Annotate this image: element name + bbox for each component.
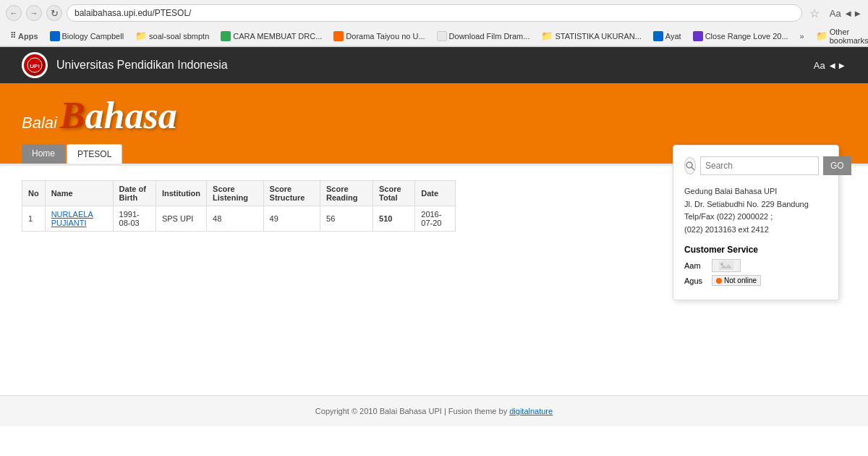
bookmarks-bar: ⠿ Apps Biology Campbell 📁 soal-soal sbmp… (0, 26, 868, 46)
address-info: Gedung Balai Bahasa UPI Jl. Dr. Setiabud… (684, 185, 827, 236)
cell-score-listening: 48 (207, 206, 263, 232)
site-logo-circle: UPI (22, 52, 48, 78)
cs-agus-name: Agus (684, 276, 706, 285)
browser-toolbar: ← → ↻ ☆ Aa ◄► (0, 0, 868, 26)
site-logo-inner: UPI (24, 54, 46, 76)
search-icon (685, 161, 695, 171)
svg-point-5 (720, 263, 723, 266)
upi-logo-icon: UPI (27, 57, 43, 73)
col-no: No (22, 181, 46, 206)
other-bookmarks[interactable]: 📁 Other bookmarks (812, 26, 868, 46)
cs-aam-name: Aam (684, 261, 706, 270)
orange-banner: Balai Bahasa Home PTESOL (0, 83, 868, 164)
cell-name: NURLAELA PUJIANTI (45, 206, 113, 232)
customer-service-title: Customer Service (684, 245, 827, 255)
aam-image-icon (719, 261, 733, 270)
university-name: Universitas Pendidikan Indonesia (56, 59, 228, 72)
back-button[interactable]: ← (6, 5, 22, 21)
cell-score-total: 510 (373, 206, 415, 232)
table-body: 1 NURLAELA PUJIANTI 1991-08-03 SPS UPI 4… (22, 206, 456, 232)
apps-bookmark[interactable]: ⠿ Apps (6, 30, 43, 42)
nav-ptesol[interactable]: PTESOL (67, 144, 122, 164)
col-score-listening: Score Listening (207, 181, 263, 206)
balai-text: Balai (22, 114, 57, 132)
cs-aam-icon (712, 259, 741, 272)
site-footer: Copyright © 2010 Balai Bahasa UPI | Fusi… (0, 395, 868, 426)
dorama-bookmark[interactable]: Dorama Taiyou no U... (329, 30, 429, 43)
cell-institution: SPS UPI (156, 206, 206, 232)
name-link[interactable]: NURLAELA PUJIANTI (51, 210, 93, 227)
url-bar[interactable] (67, 4, 802, 22)
forward-button[interactable]: → (26, 5, 42, 21)
site-logo-group: UPI Universitas Pendidikan Indonesia (22, 52, 228, 78)
cell-score-reading: 56 (320, 206, 373, 232)
cell-no: 1 (22, 206, 46, 232)
svg-text:UPI: UPI (30, 63, 39, 69)
search-icon-wrap (684, 157, 696, 174)
more-bookmarks-button[interactable]: » (796, 30, 809, 42)
svg-point-2 (686, 162, 692, 168)
col-score-reading: Score Reading (320, 181, 373, 206)
aa-controls[interactable]: Aa ◄► (830, 8, 862, 19)
close-range-bookmark[interactable]: Close Range Love 20... (689, 30, 793, 43)
col-name: Name (45, 181, 113, 206)
table-row: 1 NURLAELA PUJIANTI 1991-08-03 SPS UPI 4… (22, 206, 456, 232)
cs-aam-row: Aam (684, 259, 827, 272)
sidebar-panel: GO Gedung Balai Bahasa UPI Jl. Dr. Setia… (673, 145, 839, 300)
bahasa-b-letter: B (60, 95, 85, 136)
cs-agus-row: Agus Not online (684, 275, 827, 286)
cell-date: 2016-07-20 (415, 206, 456, 232)
browser-chrome: ← → ↻ ☆ Aa ◄► ⠿ Apps Biology Campbell 📁 … (0, 0, 868, 47)
cell-dob: 1991-08-03 (113, 206, 156, 232)
col-score-total: Score Total (373, 181, 415, 206)
svg-rect-4 (719, 261, 733, 270)
bookmark-star[interactable]: ☆ (809, 7, 820, 20)
refresh-button[interactable]: ↻ (46, 5, 62, 21)
data-table: No Name Date of Birth Institution Score … (22, 180, 456, 232)
cell-score-structure: 49 (263, 206, 320, 232)
cara-bookmark[interactable]: CARA MEMBUAT DRC... (216, 30, 326, 43)
col-institution: Institution (156, 181, 206, 206)
ayat-bookmark[interactable]: Ayat (649, 30, 686, 43)
footer-link[interactable]: digitalnature (509, 407, 553, 415)
download-bookmark[interactable]: Download Film Dram... (433, 30, 535, 43)
status-dot (716, 278, 722, 284)
table-header-row: No Name Date of Birth Institution Score … (22, 181, 456, 206)
site-header-controls[interactable]: Aa ◄► (814, 60, 846, 71)
col-dob: Date of Birth (113, 181, 156, 206)
col-date: Date (415, 181, 456, 206)
nav-home[interactable]: Home (22, 144, 65, 164)
go-button[interactable]: GO (823, 156, 851, 175)
footer-copyright: Copyright © 2010 Balai Bahasa UPI | Fusi… (315, 407, 509, 415)
bahasa-text: Bahasa (60, 94, 177, 137)
search-input[interactable] (700, 156, 819, 175)
statistika-bookmark[interactable]: 📁 STATISTIKA UKURAN... (537, 29, 645, 43)
col-score-structure: Score Structure (263, 181, 320, 206)
biology-bookmark[interactable]: Biology Campbell (46, 30, 129, 43)
table-header: No Name Date of Birth Institution Score … (22, 181, 456, 206)
site-title: Balai Bahasa (22, 94, 846, 137)
cs-agus-status: Not online (712, 275, 761, 286)
search-row: GO (684, 156, 827, 175)
site-header: UPI Universitas Pendidikan Indonesia Aa … (0, 47, 868, 83)
svg-line-3 (692, 167, 694, 170)
site-wrapper: UPI Universitas Pendidikan Indonesia Aa … (0, 47, 868, 426)
soal-bookmark[interactable]: 📁 soal-soal sbmptn (131, 29, 213, 43)
